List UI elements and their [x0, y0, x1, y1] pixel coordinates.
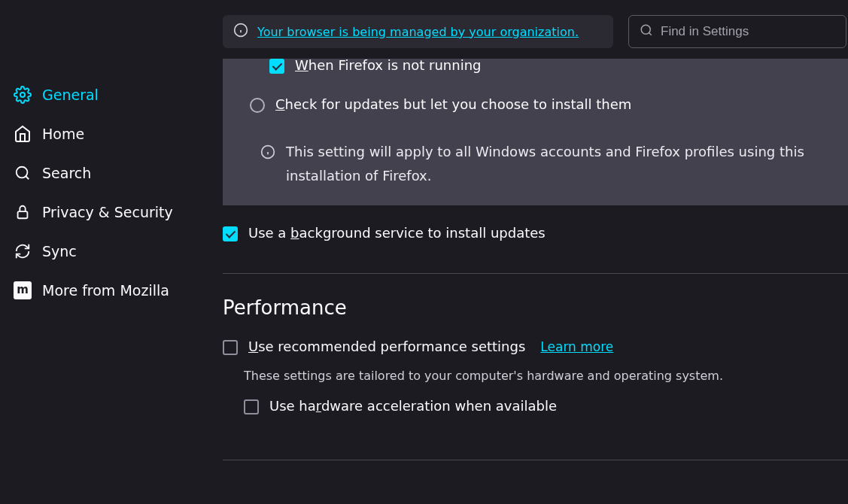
perf-recommended-row: Use recommended performance settings Lea…	[223, 339, 848, 355]
info-icon	[260, 140, 275, 189]
bg-service-checkbox[interactable]	[223, 226, 238, 241]
check-updates-row: Check for updates but let you choose to …	[250, 92, 831, 113]
divider	[223, 460, 848, 460]
svg-point-1	[17, 167, 28, 178]
check-updates-radio[interactable]	[250, 98, 265, 113]
updates-panel: When Firefox is not running Check for up…	[223, 59, 848, 205]
search-icon	[640, 23, 653, 40]
search-input[interactable]	[661, 24, 835, 39]
search-icon	[14, 164, 32, 182]
sidebar-item-label: More from Mozilla	[42, 282, 169, 299]
perf-recommended-checkbox[interactable]	[223, 340, 238, 355]
search-box[interactable]	[628, 15, 846, 48]
check-updates-label: Check for updates but let you choose to …	[275, 96, 631, 112]
updates-info-row: This setting will apply to all Windows a…	[260, 140, 831, 189]
sidebar-item-label: Privacy & Security	[42, 204, 173, 220]
managed-link[interactable]: Your browser is being managed by your or…	[257, 25, 579, 39]
perf-hw-checkbox[interactable]	[244, 399, 259, 414]
when-not-running-checkbox[interactable]	[269, 59, 284, 74]
when-not-running-row: When Firefox is not running	[269, 59, 831, 74]
sidebar-item-sync[interactable]: Sync	[0, 232, 223, 271]
sidebar-item-more-mozilla[interactable]: m More from Mozilla	[0, 271, 223, 310]
bg-service-row: Use a background service to install upda…	[223, 205, 848, 241]
gear-icon	[14, 86, 32, 104]
sidebar-item-label: General	[42, 87, 99, 103]
sidebar: General Home Search Privacy & Security S…	[0, 0, 223, 504]
svg-point-7	[641, 25, 650, 34]
sidebar-item-general[interactable]: General	[0, 75, 223, 114]
sidebar-item-label: Sync	[42, 243, 77, 260]
perf-recommended-label: Use recommended performance settings	[248, 339, 525, 354]
svg-rect-3	[18, 211, 28, 218]
performance-header: Performance	[223, 296, 848, 319]
sidebar-item-search[interactable]: Search	[0, 153, 223, 193]
info-icon	[233, 23, 248, 41]
svg-point-0	[20, 93, 25, 97]
svg-line-8	[649, 32, 651, 35]
mozilla-icon: m	[14, 281, 32, 299]
svg-line-2	[26, 176, 29, 179]
topbar: Your browser is being managed by your or…	[223, 0, 848, 59]
divider	[223, 273, 848, 274]
perf-hw-row: Use hardware acceleration when available	[244, 398, 848, 414]
when-not-running-label: When Firefox is not running	[295, 59, 481, 73]
lock-icon	[14, 203, 32, 221]
managed-banner: Your browser is being managed by your or…	[223, 15, 613, 48]
sidebar-item-home[interactable]: Home	[0, 114, 223, 153]
learn-more-link[interactable]: Learn more	[540, 339, 613, 354]
perf-hw-label: Use hardware acceleration when available	[269, 398, 557, 414]
sidebar-item-label: Home	[42, 126, 84, 142]
sidebar-item-label: Search	[42, 165, 91, 181]
bg-service-label: Use a background service to install upda…	[248, 225, 546, 241]
perf-subtext: These settings are tailored to your comp…	[244, 369, 848, 383]
content-area: When Firefox is not running Check for up…	[223, 59, 848, 504]
home-icon	[14, 125, 32, 143]
sync-icon	[14, 242, 32, 260]
updates-info-text: This setting will apply to all Windows a…	[286, 140, 831, 189]
sidebar-item-privacy[interactable]: Privacy & Security	[0, 193, 223, 232]
